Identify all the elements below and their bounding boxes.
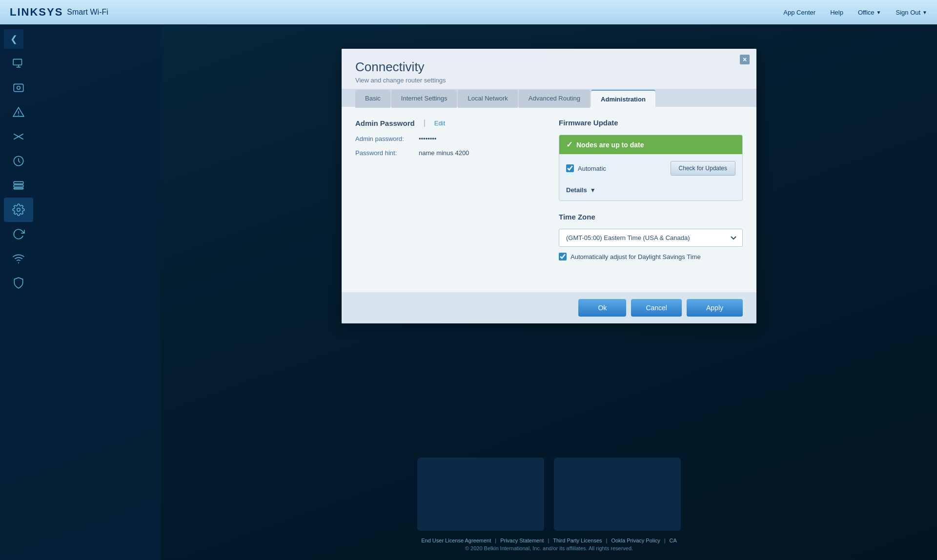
top-nav: LINKSYS Smart Wi-Fi App Center Help Offi…	[0, 0, 937, 24]
tab-advanced-routing[interactable]: Advanced Routing	[519, 90, 590, 108]
password-hint-field: Password hint: name minus 4200	[355, 149, 539, 157]
tabs-container: Basic Internet Settings Local Network Ad…	[342, 89, 756, 107]
parental-icon	[12, 130, 25, 143]
tab-internet-settings[interactable]: Internet Settings	[391, 90, 457, 108]
automatic-label: Automatic	[578, 165, 606, 172]
ookla-link[interactable]: Ookla Privacy Policy	[611, 538, 660, 543]
bg-card-2	[554, 458, 681, 531]
footer-copyright: © 2020 Belkin International, Inc. and/or…	[465, 545, 633, 551]
sidebar-item-history[interactable]	[4, 149, 33, 173]
admin-password-title: Admin Password	[355, 119, 415, 127]
svg-point-2	[17, 86, 20, 90]
office-dropdown-arrow: ▼	[876, 10, 881, 15]
office-dropdown[interactable]: Office ▼	[858, 9, 881, 16]
sidebar-item-alerts[interactable]	[4, 100, 33, 124]
sidebar-item-update[interactable]	[4, 222, 33, 246]
sidebar-collapse-button[interactable]: ❮	[4, 29, 23, 49]
svg-rect-0	[13, 59, 21, 65]
modal-footer: Ok Cancel Apply	[342, 292, 756, 323]
sidebar-item-security[interactable]	[4, 271, 33, 295]
daylight-savings-label[interactable]: Automatically adjust for Daylight Saving…	[559, 253, 743, 260]
modal-subtitle: View and change router settings	[355, 77, 743, 84]
details-label: Details	[566, 186, 587, 194]
admin-password-section: Admin Password | Edit Admin password: ••…	[355, 119, 539, 260]
sidebar-item-storage[interactable]	[4, 173, 33, 198]
firmware-timezone-section: Firmware Update ✓ Nodes are up to date A…	[559, 119, 743, 260]
details-row[interactable]: Details ▼	[559, 182, 742, 200]
main-content: Connectivity View and change router sett…	[161, 24, 937, 560]
svg-rect-1	[14, 84, 23, 91]
connectivity-modal: Connectivity View and change router sett…	[342, 49, 756, 323]
third-party-link[interactable]: Third Party Licenses	[553, 538, 602, 543]
app-center-link[interactable]: App Center	[783, 9, 815, 16]
password-hint-label: Password hint:	[355, 149, 419, 157]
sidebar: ❮	[0, 24, 161, 560]
modal-close-button[interactable]: ×	[740, 55, 750, 64]
timezone-section: Time Zone (GMT-05:00) Eastern Time (USA …	[559, 213, 743, 260]
modal-body: Admin Password | Edit Admin password: ••…	[342, 107, 756, 292]
sidebar-item-settings[interactable]	[4, 198, 33, 222]
privacy-link[interactable]: Privacy Statement	[500, 538, 544, 543]
password-hint-value: name minus 4200	[419, 149, 469, 157]
daylight-savings-checkbox[interactable]	[559, 253, 567, 260]
check-updates-button[interactable]: Check for Updates	[671, 161, 735, 176]
sign-out-dropdown[interactable]: Sign Out ▼	[896, 9, 928, 16]
admin-password-edit-link[interactable]: Edit	[434, 120, 445, 127]
sidebar-item-devices[interactable]	[4, 51, 33, 76]
update-icon	[12, 228, 25, 240]
automatic-checkbox-label[interactable]: Automatic	[566, 164, 606, 172]
modal-title: Connectivity	[355, 60, 743, 75]
firmware-box: ✓ Nodes are up to date Automatic Check f…	[559, 135, 743, 201]
security-icon	[12, 277, 25, 289]
admin-password-field: Admin password: ••••••••	[355, 135, 539, 142]
admin-password-label: Admin password:	[355, 135, 419, 142]
logo: LINKSYS Smart Wi-Fi	[10, 6, 108, 19]
ok-button[interactable]: Ok	[578, 299, 626, 317]
svg-point-9	[17, 208, 20, 212]
firmware-status-bar: ✓ Nodes are up to date	[559, 135, 742, 154]
tab-administration[interactable]: Administration	[591, 90, 655, 108]
media-icon	[12, 81, 25, 94]
settings-icon	[12, 203, 25, 216]
logo-subtitle: Smart Wi-Fi	[67, 8, 108, 17]
modal-body-inner: Admin Password | Edit Admin password: ••…	[355, 119, 743, 260]
timezone-select[interactable]: (GMT-05:00) Eastern Time (USA & Canada) …	[559, 229, 743, 247]
firmware-inner: Automatic Check for Updates	[559, 154, 742, 182]
tab-basic[interactable]: Basic	[355, 90, 390, 108]
footer-links: End User License Agreement | Privacy Sta…	[421, 538, 677, 551]
sidebar-item-media[interactable]	[4, 76, 33, 100]
help-link[interactable]: Help	[830, 9, 843, 16]
collapse-icon: ❮	[10, 34, 18, 44]
bg-card-1	[417, 458, 544, 531]
sign-out-dropdown-arrow: ▼	[922, 10, 927, 15]
automatic-checkbox[interactable]	[566, 164, 574, 172]
svg-rect-7	[14, 185, 23, 187]
alert-icon	[12, 106, 25, 119]
eula-link[interactable]: End User License Agreement	[421, 538, 491, 543]
svg-rect-8	[14, 188, 23, 189]
cancel-button[interactable]: Cancel	[631, 299, 682, 317]
sidebar-item-parental[interactable]	[4, 124, 33, 149]
timezone-title: Time Zone	[559, 213, 743, 221]
apply-button[interactable]: Apply	[687, 299, 743, 317]
storage-icon	[12, 179, 25, 192]
svg-rect-6	[14, 181, 23, 183]
firmware-title: Firmware Update	[559, 119, 743, 127]
details-arrow-icon: ▼	[590, 187, 596, 194]
daylight-savings-text: Automatically adjust for Daylight Saving…	[570, 253, 701, 260]
logo-text: LINKSYS	[10, 6, 63, 19]
background-cards	[417, 458, 681, 531]
ca-link[interactable]: CA	[670, 538, 677, 543]
footer-link-row: End User License Agreement | Privacy Sta…	[421, 538, 677, 543]
top-nav-right: App Center Help Office ▼ Sign Out ▼	[783, 9, 927, 16]
sidebar-item-wifi[interactable]	[4, 246, 33, 271]
admin-password-value: ••••••••	[419, 135, 436, 142]
separator: |	[424, 119, 426, 127]
close-icon: ×	[743, 56, 747, 63]
modal-header: Connectivity View and change router sett…	[342, 49, 756, 89]
svg-point-10	[18, 262, 19, 263]
svg-point-4	[18, 115, 19, 116]
firmware-status-text: Nodes are up to date	[576, 141, 644, 149]
tab-local-network[interactable]: Local Network	[458, 90, 517, 108]
wifi-icon	[12, 252, 25, 265]
